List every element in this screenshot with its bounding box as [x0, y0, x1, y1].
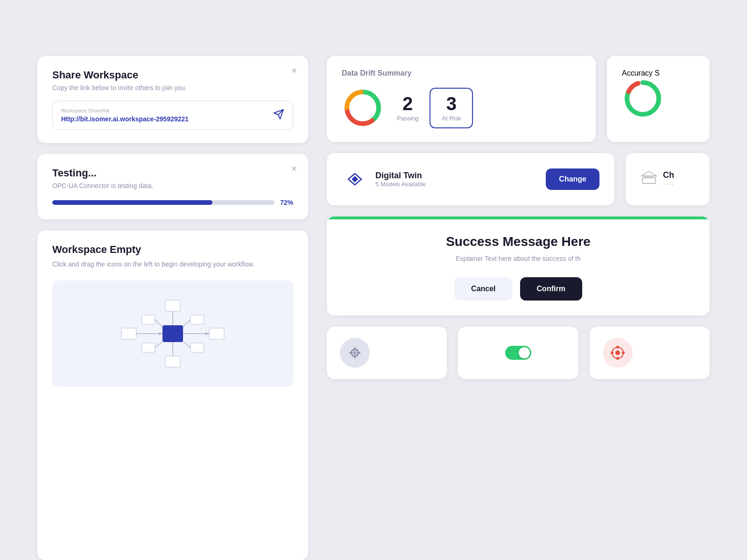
icon-circle-1: [340, 338, 370, 368]
success-buttons: Cancel Confirm: [345, 277, 691, 301]
left-column: × Share Workspace Copy the link below to…: [37, 56, 308, 560]
top-row: Data Drift Summary: [327, 56, 710, 142]
digital-twin-name: Digital Twin: [375, 171, 538, 181]
data-drift-title: Data Drift Summary: [342, 69, 581, 77]
right-partial-dots: · · ·: [663, 180, 673, 188]
workspace-empty-title: Workspace Empty: [52, 244, 293, 256]
toggle-knob: [519, 347, 530, 358]
testing-subtitle: OPC-UA Connector is testing data.: [52, 182, 293, 189]
testing-card: × Testing... OPC-UA Connector is testing…: [37, 154, 308, 219]
passing-stat: 2 Passing: [397, 94, 418, 122]
success-text: Explainer Text here about the success of…: [345, 255, 691, 262]
svg-rect-7: [142, 315, 155, 324]
share-workspace-title: Share Workspace: [52, 69, 293, 81]
right-partial-card: Ch · · ·: [626, 153, 710, 205]
svg-marker-19: [159, 332, 162, 335]
right-column: Data Drift Summary: [327, 56, 710, 560]
at-risk-stat: 3 At Risk: [430, 88, 473, 128]
success-message-card: Success Message Here Explainer Text here…: [327, 217, 710, 315]
svg-marker-20: [205, 332, 209, 335]
testing-title: Testing...: [52, 167, 293, 179]
svg-rect-2: [162, 325, 183, 342]
svg-line-18: [183, 342, 190, 348]
svg-rect-10: [190, 343, 204, 352]
svg-line-15: [155, 320, 162, 327]
toggle-card: [458, 327, 578, 379]
digital-twin-row: Digital Twin 5 Models Available Change: [327, 153, 710, 205]
accuracy-card: Accuracy S: [607, 56, 710, 142]
svg-point-45: [622, 351, 625, 354]
hub-icon: [610, 345, 625, 360]
digital-twin-card: Digital Twin 5 Models Available Change: [327, 153, 614, 205]
link-url: Http://bit.isomer.ai.workspace-295929221: [61, 115, 189, 123]
at-risk-label: At Risk: [442, 115, 461, 122]
svg-line-16: [183, 320, 190, 327]
progress-bar-bg: [52, 200, 275, 205]
toggle-switch[interactable]: [505, 346, 531, 360]
link-label: Workspace Sharelink: [61, 108, 189, 113]
passing-label: Passing: [397, 115, 418, 122]
svg-point-43: [616, 357, 619, 360]
success-inner: Success Message Here Explainer Text here…: [327, 219, 710, 315]
share-workspace-subtitle: Copy the link below to invite others to …: [52, 84, 293, 91]
at-risk-count: 3: [446, 94, 457, 113]
svg-point-40: [615, 350, 620, 355]
page-background: × Share Workspace Copy the link below to…: [0, 0, 747, 560]
svg-rect-28: [642, 178, 655, 183]
drift-stats: 2 Passing 3 At Risk: [397, 88, 473, 128]
digital-twin-icon-wrap: [342, 166, 368, 192]
digital-twin-subtitle: 5 Models Available: [375, 181, 538, 188]
workspace-empty-subtitle: Click and drag the icons on the left to …: [52, 259, 293, 269]
svg-rect-9: [142, 343, 155, 352]
svg-rect-6: [165, 356, 180, 367]
confirm-button[interactable]: Confirm: [520, 277, 582, 301]
drift-donut-chart: [342, 87, 384, 129]
cancel-button[interactable]: Cancel: [454, 277, 512, 301]
digital-twin-icon: [345, 169, 365, 189]
svg-rect-4: [209, 328, 224, 339]
share-workspace-card: × Share Workspace Copy the link below to…: [37, 56, 308, 143]
right-partial-label: Ch: [663, 170, 674, 180]
progress-row: 72%: [52, 199, 293, 206]
icon-card-1: [327, 327, 447, 379]
svg-point-44: [611, 351, 613, 354]
icon-circle-3: [603, 338, 633, 368]
data-drift-card: Data Drift Summary: [327, 56, 596, 142]
success-title: Success Message Here: [345, 234, 691, 249]
svg-rect-5: [165, 300, 180, 311]
change-button[interactable]: Change: [546, 168, 599, 190]
accuracy-title: Accuracy S: [622, 69, 695, 77]
progress-percentage: 72%: [280, 199, 293, 206]
workflow-diagram: [52, 280, 293, 387]
svg-line-17: [155, 342, 162, 348]
share-link-box[interactable]: Workspace Sharelink Http://bit.isomer.ai…: [52, 101, 293, 130]
bank-icon: [641, 169, 657, 189]
drift-content: 2 Passing 3 At Risk: [342, 87, 581, 129]
icon-card-3: [590, 327, 710, 379]
svg-rect-3: [121, 328, 136, 339]
passing-count: 2: [402, 94, 413, 113]
crosshair-icon: [347, 345, 362, 360]
accuracy-donut: [622, 77, 664, 119]
svg-marker-32: [641, 171, 656, 176]
send-icon[interactable]: [273, 109, 284, 122]
bottom-row: [327, 327, 710, 379]
workspace-empty-card: Workspace Empty Click and drag the icons…: [37, 231, 308, 560]
digital-twin-info: Digital Twin 5 Models Available: [375, 171, 538, 188]
svg-point-42: [616, 346, 619, 349]
svg-rect-8: [190, 315, 204, 324]
close-testing-button[interactable]: ×: [291, 163, 297, 174]
progress-bar-fill: [52, 200, 212, 205]
close-share-button[interactable]: ×: [291, 65, 297, 76]
